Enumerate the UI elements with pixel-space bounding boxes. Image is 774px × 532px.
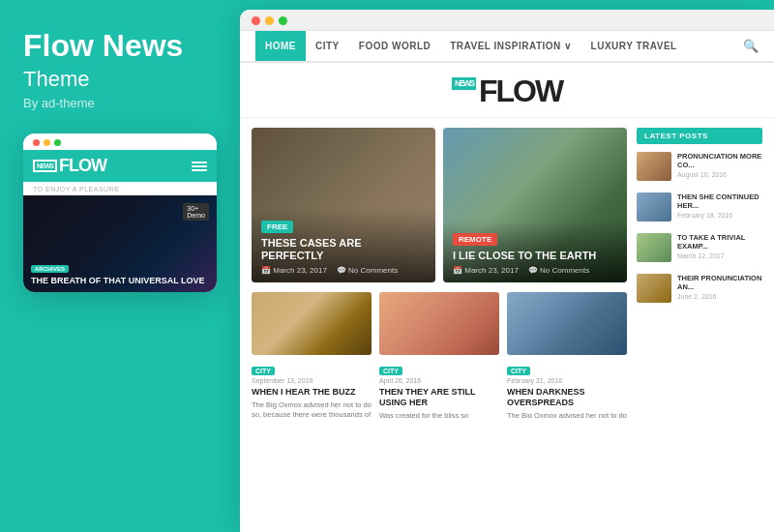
mobile-logo: NEWS FLOW [33,156,106,176]
mobile-hero-tag: ARCHIVES [31,265,69,273]
main-content: FREE THESE CASES ARE PERFECTLY 📅 March 2… [252,128,627,524]
mobile-mockup: NEWS FLOW TO ENJOY A PLEASURE 30+Demo AR… [23,133,217,292]
sidebar-post-3-content: TO TAKE A TRIVIAL EXAMP... March 12, 201… [677,233,762,259]
sidebar-post-2-date: February 18, 2016 [677,212,762,219]
sidebar: LATEST POSTS PRONUNCIATION MORE CO... Au… [637,128,762,524]
article-img-2 [379,292,499,355]
site-logo: NEWS FLOW [452,74,562,109]
nav-link-travel[interactable]: TRAVEL INSPIRATION ∨ [440,31,580,61]
featured-card-2[interactable]: REMOTE I LIE CLOSE TO THE EARTH 📅 March … [443,128,627,282]
article-title-1: WHEN I HEAR THE BUZZ [252,387,372,398]
site-logo-badge: NEWS [452,77,476,90]
site-logo-area: NEWS FLOW [240,63,774,118]
sidebar-post-1[interactable]: PRONUNCIATION MORE CO... August 10, 2016 [637,152,762,181]
sidebar-post-img-3 [637,233,671,262]
featured-card-1-meta: 📅 March 23, 2017 💬 No Comments [261,266,426,275]
article-title-2: THEN THEY ARE STILL USING HER [379,387,499,408]
mobile-hamburger-icon[interactable] [192,162,207,171]
sidebar-post-3[interactable]: TO TAKE A TRIVIAL EXAMP... March 12, 201… [637,233,762,262]
app-subtitle: Theme [23,67,89,92]
article-card-1[interactable]: CITY September 13, 2016 WHEN I HEAR THE … [252,292,372,418]
article-img-3 [507,292,627,355]
mobile-logo-text: FLOW [59,156,106,176]
site-logo-text: FLOW [479,74,562,109]
featured-row: FREE THESE CASES ARE PERFECTLY 📅 March 2… [252,128,627,282]
article-tag-3: CITY [507,367,530,375]
article-tag-2: CITY [379,367,402,375]
featured-card-1-date: 📅 March 23, 2017 [261,266,327,275]
sidebar-post-4[interactable]: THEIR PRONUNCIATION AN... June 2, 2016 [637,274,762,303]
featured-card-2-comments: 💬 No Comments [528,266,589,275]
sidebar-post-1-content: PRONUNCIATION MORE CO... August 10, 2016 [677,152,762,178]
article-card-3[interactable]: CITY February 21, 2016 WHEN DARKNESS OVE… [507,292,627,418]
left-panel: Flow News Theme By ad-theme NEWS FLOW TO… [0,0,240,532]
sidebar-post-2-title: THEN SHE CONTINUED HER... [677,192,762,210]
sidebar-post-4-title: THEIR PRONUNCIATION AN... [677,274,762,291]
mobile-dot-green [54,139,61,146]
article-img-1 [252,292,372,355]
site-content: FREE THESE CASES ARE PERFECTLY 📅 March 2… [240,118,774,532]
browser-dot-green [279,16,287,25]
sidebar-post-2[interactable]: THEN SHE CONTINUED HER... February 18, 2… [637,192,762,222]
nav-link-food-world[interactable]: FOOD WORLD [349,31,440,61]
article-excerpt-1: The Big Oxmox advised her not to do so, … [252,400,372,418]
article-tag-1: CITY [252,367,275,375]
nav-link-home[interactable]: HOME [255,31,306,61]
sidebar-post-img-2 [637,192,671,222]
nav-link-city[interactable]: CITY [306,31,349,61]
search-icon[interactable]: 🔍 [743,39,759,53]
featured-card-1-overlay: FREE THESE CASES ARE PERFECTLY 📅 March 2… [252,208,435,282]
article-card-2[interactable]: CITY April 26, 2016 THEN THEY ARE STILL … [379,292,499,418]
nav-links: HOME CITY FOOD WORLD TRAVEL INSPIRATION … [255,31,687,61]
sidebar-post-1-title: PRONUNCIATION MORE CO... [677,152,762,169]
browser-mockup: HOME CITY FOOD WORLD TRAVEL INSPIRATION … [240,10,774,532]
sidebar-post-3-date: March 12, 2017 [677,252,762,259]
app-title: Flow News [23,29,183,63]
article-date-2: April 26, 2016 [379,377,499,384]
featured-card-2-date: 📅 March 23, 2017 [453,266,519,275]
sidebar-post-1-date: August 10, 2016 [677,171,762,178]
featured-card-1[interactable]: FREE THESE CASES ARE PERFECTLY 📅 March 2… [252,128,435,282]
sidebar-post-4-content: THEIR PRONUNCIATION AN... June 2, 2016 [677,274,762,300]
article-excerpt-2: Was created for the bliss so absorbed in… [379,411,499,418]
featured-card-1-title: THESE CASES ARE PERFECTLY [261,237,426,262]
mobile-top-bar [23,133,217,150]
app-author: By ad-theme [23,96,95,110]
site-nav: HOME CITY FOOD WORLD TRAVEL INSPIRATION … [240,31,774,63]
featured-card-2-title: I LIE CLOSE TO THE EARTH [453,250,617,262]
article-excerpt-3: The Big Oxmox advised her not to do so, … [507,411,627,418]
featured-card-2-tag: REMOTE [453,233,497,246]
mobile-dot-yellow [44,139,50,146]
mobile-hero-image: 30+Demo ARCHIVES THE BREATH OF THAT UNIV… [23,195,217,292]
mobile-hero-content: ARCHIVES THE BREATH OF THAT UNIVERSAL LO… [31,257,205,286]
mobile-hero-subtext: TO ENJOY A PLEASURE [23,182,217,195]
sidebar-post-4-date: June 2, 2016 [677,293,762,300]
featured-card-1-comments: 💬 No Comments [337,266,398,275]
sidebar-section-title: LATEST POSTS [637,128,762,144]
article-date-1: September 13, 2016 [252,377,372,384]
sidebar-post-2-content: THEN SHE CONTINUED HER... February 18, 2… [677,192,762,219]
sidebar-post-img-4 [637,274,671,303]
mobile-hero-title: THE BREATH OF THAT UNIVERSAL LOVE [31,276,205,286]
article-title-3: WHEN DARKNESS OVERSPREADS [507,387,627,408]
browser-dot-yellow [265,16,274,25]
nav-link-luxury[interactable]: LUXURY TRAVEL [581,31,687,61]
mobile-nav: NEWS FLOW [23,150,217,182]
sidebar-post-img-1 [637,152,671,181]
browser-dot-red [252,16,260,25]
article-date-3: February 21, 2016 [507,377,627,384]
sidebar-post-3-title: TO TAKE A TRIVIAL EXAMP... [677,233,762,251]
mobile-logo-badge: NEWS [33,160,57,172]
featured-card-2-overlay: REMOTE I LIE CLOSE TO THE EARTH 📅 March … [443,221,627,282]
browser-top-bar [240,10,774,31]
featured-card-1-tag: FREE [261,221,293,233]
article-grid: CITY September 13, 2016 WHEN I HEAR THE … [252,292,627,418]
mobile-dot-red [33,139,40,146]
featured-card-2-meta: 📅 March 23, 2017 💬 No Comments [453,266,617,275]
mobile-hero-badge: 30+Demo [183,203,209,221]
